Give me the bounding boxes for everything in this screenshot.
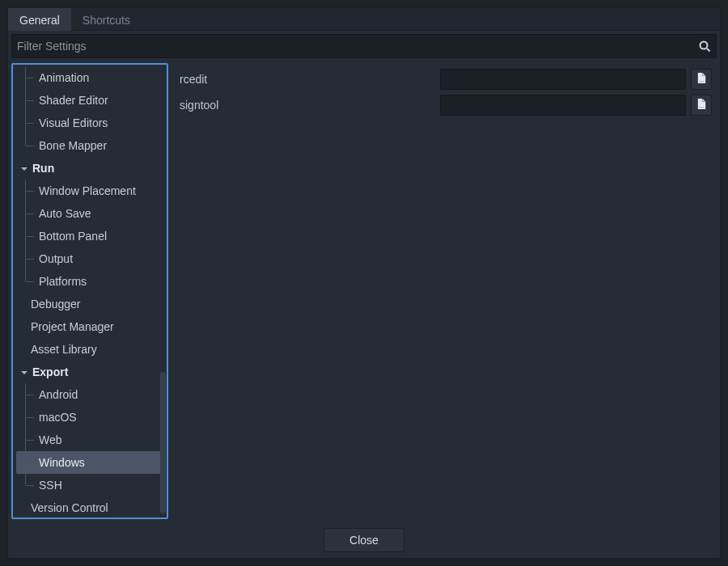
sidebar-item-bone-mapper[interactable]: Bone Mapper [16, 134, 163, 157]
sidebar-item-label: SSH [39, 479, 62, 492]
sidebar-item-label: Android [39, 388, 78, 401]
sidebar-item-label: Asset Library [31, 343, 97, 356]
property-row-signtool: signtool [176, 92, 712, 118]
dialog-body: AnimationShader EditorVisual EditorsBone… [8, 60, 720, 522]
chevron-down-icon[interactable] [19, 163, 29, 173]
sidebar-item-ssh[interactable]: SSH [16, 474, 163, 496]
sidebar-item-auto-save[interactable]: Auto Save [16, 202, 163, 225]
tab-general[interactable]: General [8, 8, 71, 31]
svg-rect-7 [703, 107, 704, 108]
sidebar-item-export[interactable]: Export [16, 361, 163, 383]
signtool-path-input[interactable] [440, 95, 686, 116]
sidebar-item-project-manager[interactable]: Project Manager [16, 315, 163, 338]
sidebar-item-label: Version Control [31, 501, 108, 514]
tab-bar: General Shortcuts [8, 8, 720, 31]
sidebar-item-window-placement[interactable]: Window Placement [16, 180, 163, 202]
sidebar-item-windows[interactable]: Windows [16, 451, 163, 474]
svg-rect-4 [703, 81, 704, 82]
sidebar-item-label: Bottom Panel [39, 230, 107, 243]
sidebar-item-debugger[interactable]: Debugger [16, 293, 163, 315]
sidebar-item-label: Run [32, 162, 54, 175]
file-icon [696, 72, 708, 87]
dialog-footer: Close [8, 522, 720, 558]
sidebar-item-shader-editor[interactable]: Shader Editor [16, 89, 163, 112]
filter-row [11, 34, 717, 58]
sidebar-item-label: Bone Mapper [39, 139, 107, 152]
sidebar-item-label: Animation [39, 71, 89, 84]
rcedit-path-input[interactable] [440, 69, 686, 90]
svg-rect-5 [699, 107, 700, 108]
sidebar-item-android[interactable]: Android [16, 383, 163, 406]
sidebar-item-label: Web [39, 433, 62, 446]
browse-file-button[interactable] [691, 95, 712, 116]
sidebar-scrollbar[interactable] [160, 372, 166, 513]
filter-settings-input[interactable] [17, 40, 698, 53]
sidebar-item-label: Visual Editors [39, 116, 108, 129]
sidebar-item-version-control[interactable]: Version Control [16, 496, 163, 519]
sidebar-item-macos[interactable]: macOS [16, 406, 163, 429]
file-icon [696, 98, 708, 112]
chevron-down-icon[interactable] [19, 367, 29, 377]
property-label: signtool [176, 99, 435, 112]
property-label: rcedit [176, 73, 435, 86]
sidebar-item-bottom-panel[interactable]: Bottom Panel [16, 225, 163, 247]
property-row-rcedit: rcedit [176, 66, 712, 92]
settings-property-panel: rceditsigntool [171, 63, 717, 519]
sidebar-item-label: Export [32, 365, 68, 378]
close-button[interactable]: Close [324, 528, 404, 552]
sidebar-item-label: Platforms [39, 275, 87, 288]
sidebar-item-label: Output [39, 252, 73, 265]
tab-shortcuts[interactable]: Shortcuts [71, 8, 142, 31]
sidebar-item-platforms[interactable]: Platforms [16, 270, 163, 293]
svg-rect-3 [700, 81, 701, 82]
svg-rect-2 [699, 81, 700, 82]
sidebar-item-visual-editors[interactable]: Visual Editors [16, 112, 163, 134]
search-icon [698, 40, 711, 53]
sidebar-item-animation[interactable]: Animation [16, 66, 163, 89]
sidebar-item-output[interactable]: Output [16, 247, 163, 270]
sidebar-item-label: Shader Editor [39, 94, 108, 107]
sidebar-item-label: macOS [39, 411, 77, 424]
sidebar-item-run[interactable]: Run [16, 157, 163, 180]
editor-settings-dialog: General Shortcuts AnimationShader Editor… [7, 7, 721, 559]
sidebar-item-label: Auto Save [39, 207, 91, 220]
sidebar-item-label: Window Placement [39, 184, 136, 197]
sidebar-item-label: Project Manager [31, 320, 114, 333]
sidebar-item-label: Windows [39, 456, 85, 469]
browse-file-button[interactable] [691, 69, 712, 90]
svg-line-1 [707, 49, 710, 52]
svg-rect-6 [700, 107, 701, 108]
sidebar-item-web[interactable]: Web [16, 429, 163, 451]
sidebar-item-label: Debugger [31, 298, 81, 310]
settings-category-tree: AnimationShader EditorVisual EditorsBone… [11, 63, 168, 519]
svg-point-0 [700, 42, 708, 49]
sidebar-item-asset-library[interactable]: Asset Library [16, 338, 163, 361]
